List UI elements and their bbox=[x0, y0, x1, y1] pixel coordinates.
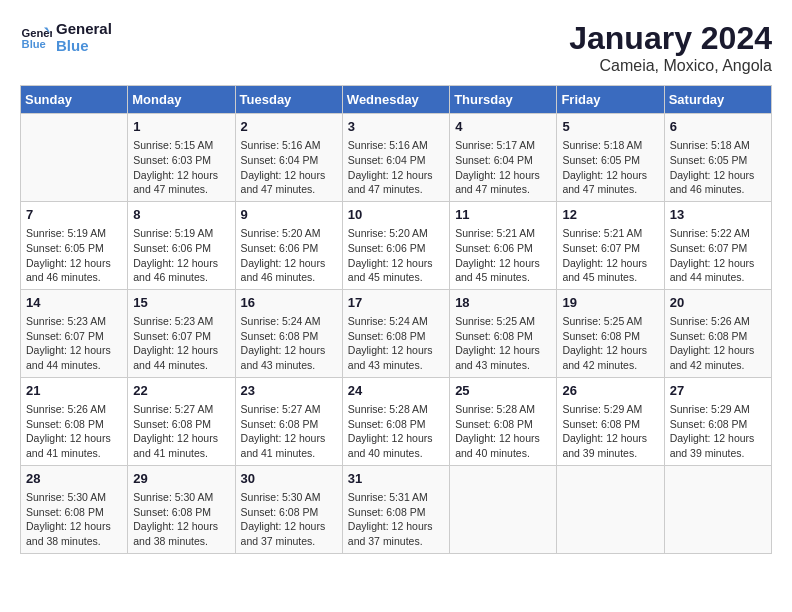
calendar-cell: 11Sunrise: 5:21 AM Sunset: 6:06 PM Dayli… bbox=[450, 201, 557, 289]
page-header: General Blue General Blue January 2024 C… bbox=[20, 20, 772, 75]
weekday-header: Tuesday bbox=[235, 86, 342, 114]
calendar-week-row: 28Sunrise: 5:30 AM Sunset: 6:08 PM Dayli… bbox=[21, 465, 772, 553]
calendar-table: SundayMondayTuesdayWednesdayThursdayFrid… bbox=[20, 85, 772, 554]
calendar-cell: 16Sunrise: 5:24 AM Sunset: 6:08 PM Dayli… bbox=[235, 289, 342, 377]
day-info: Sunrise: 5:19 AM Sunset: 6:05 PM Dayligh… bbox=[26, 226, 122, 285]
day-number: 25 bbox=[455, 382, 551, 400]
calendar-week-row: 1Sunrise: 5:15 AM Sunset: 6:03 PM Daylig… bbox=[21, 114, 772, 202]
day-number: 20 bbox=[670, 294, 766, 312]
weekday-header: Saturday bbox=[664, 86, 771, 114]
day-number: 27 bbox=[670, 382, 766, 400]
day-number: 5 bbox=[562, 118, 658, 136]
day-number: 26 bbox=[562, 382, 658, 400]
day-number: 13 bbox=[670, 206, 766, 224]
calendar-cell: 4Sunrise: 5:17 AM Sunset: 6:04 PM Daylig… bbox=[450, 114, 557, 202]
day-number: 29 bbox=[133, 470, 229, 488]
calendar-cell: 26Sunrise: 5:29 AM Sunset: 6:08 PM Dayli… bbox=[557, 377, 664, 465]
day-info: Sunrise: 5:30 AM Sunset: 6:08 PM Dayligh… bbox=[241, 490, 337, 549]
day-info: Sunrise: 5:27 AM Sunset: 6:08 PM Dayligh… bbox=[241, 402, 337, 461]
weekday-header: Thursday bbox=[450, 86, 557, 114]
day-number: 10 bbox=[348, 206, 444, 224]
calendar-cell: 7Sunrise: 5:19 AM Sunset: 6:05 PM Daylig… bbox=[21, 201, 128, 289]
day-number: 31 bbox=[348, 470, 444, 488]
calendar-cell: 8Sunrise: 5:19 AM Sunset: 6:06 PM Daylig… bbox=[128, 201, 235, 289]
day-info: Sunrise: 5:18 AM Sunset: 6:05 PM Dayligh… bbox=[562, 138, 658, 197]
day-info: Sunrise: 5:31 AM Sunset: 6:08 PM Dayligh… bbox=[348, 490, 444, 549]
calendar-cell: 14Sunrise: 5:23 AM Sunset: 6:07 PM Dayli… bbox=[21, 289, 128, 377]
day-number: 2 bbox=[241, 118, 337, 136]
day-number: 7 bbox=[26, 206, 122, 224]
day-info: Sunrise: 5:29 AM Sunset: 6:08 PM Dayligh… bbox=[562, 402, 658, 461]
calendar-week-row: 21Sunrise: 5:26 AM Sunset: 6:08 PM Dayli… bbox=[21, 377, 772, 465]
calendar-cell: 24Sunrise: 5:28 AM Sunset: 6:08 PM Dayli… bbox=[342, 377, 449, 465]
day-info: Sunrise: 5:28 AM Sunset: 6:08 PM Dayligh… bbox=[348, 402, 444, 461]
day-info: Sunrise: 5:21 AM Sunset: 6:06 PM Dayligh… bbox=[455, 226, 551, 285]
calendar-cell: 22Sunrise: 5:27 AM Sunset: 6:08 PM Dayli… bbox=[128, 377, 235, 465]
calendar-cell bbox=[21, 114, 128, 202]
day-number: 3 bbox=[348, 118, 444, 136]
calendar-cell: 13Sunrise: 5:22 AM Sunset: 6:07 PM Dayli… bbox=[664, 201, 771, 289]
day-info: Sunrise: 5:29 AM Sunset: 6:08 PM Dayligh… bbox=[670, 402, 766, 461]
calendar-cell: 1Sunrise: 5:15 AM Sunset: 6:03 PM Daylig… bbox=[128, 114, 235, 202]
calendar-cell: 19Sunrise: 5:25 AM Sunset: 6:08 PM Dayli… bbox=[557, 289, 664, 377]
day-number: 21 bbox=[26, 382, 122, 400]
calendar-cell: 6Sunrise: 5:18 AM Sunset: 6:05 PM Daylig… bbox=[664, 114, 771, 202]
calendar-cell bbox=[557, 465, 664, 553]
calendar-cell: 23Sunrise: 5:27 AM Sunset: 6:08 PM Dayli… bbox=[235, 377, 342, 465]
day-info: Sunrise: 5:23 AM Sunset: 6:07 PM Dayligh… bbox=[26, 314, 122, 373]
calendar-week-row: 7Sunrise: 5:19 AM Sunset: 6:05 PM Daylig… bbox=[21, 201, 772, 289]
day-number: 24 bbox=[348, 382, 444, 400]
calendar-cell: 12Sunrise: 5:21 AM Sunset: 6:07 PM Dayli… bbox=[557, 201, 664, 289]
calendar-cell: 18Sunrise: 5:25 AM Sunset: 6:08 PM Dayli… bbox=[450, 289, 557, 377]
calendar-cell bbox=[664, 465, 771, 553]
day-number: 18 bbox=[455, 294, 551, 312]
day-info: Sunrise: 5:25 AM Sunset: 6:08 PM Dayligh… bbox=[455, 314, 551, 373]
day-number: 19 bbox=[562, 294, 658, 312]
day-number: 12 bbox=[562, 206, 658, 224]
day-info: Sunrise: 5:15 AM Sunset: 6:03 PM Dayligh… bbox=[133, 138, 229, 197]
day-info: Sunrise: 5:25 AM Sunset: 6:08 PM Dayligh… bbox=[562, 314, 658, 373]
day-info: Sunrise: 5:28 AM Sunset: 6:08 PM Dayligh… bbox=[455, 402, 551, 461]
calendar-cell bbox=[450, 465, 557, 553]
day-info: Sunrise: 5:24 AM Sunset: 6:08 PM Dayligh… bbox=[348, 314, 444, 373]
day-number: 11 bbox=[455, 206, 551, 224]
day-number: 6 bbox=[670, 118, 766, 136]
calendar-cell: 10Sunrise: 5:20 AM Sunset: 6:06 PM Dayli… bbox=[342, 201, 449, 289]
calendar-cell: 27Sunrise: 5:29 AM Sunset: 6:08 PM Dayli… bbox=[664, 377, 771, 465]
calendar-body: 1Sunrise: 5:15 AM Sunset: 6:03 PM Daylig… bbox=[21, 114, 772, 554]
page-subtitle: Cameia, Moxico, Angola bbox=[569, 57, 772, 75]
calendar-cell: 29Sunrise: 5:30 AM Sunset: 6:08 PM Dayli… bbox=[128, 465, 235, 553]
day-info: Sunrise: 5:16 AM Sunset: 6:04 PM Dayligh… bbox=[241, 138, 337, 197]
calendar-cell: 15Sunrise: 5:23 AM Sunset: 6:07 PM Dayli… bbox=[128, 289, 235, 377]
calendar-cell: 30Sunrise: 5:30 AM Sunset: 6:08 PM Dayli… bbox=[235, 465, 342, 553]
day-info: Sunrise: 5:19 AM Sunset: 6:06 PM Dayligh… bbox=[133, 226, 229, 285]
day-number: 14 bbox=[26, 294, 122, 312]
day-info: Sunrise: 5:20 AM Sunset: 6:06 PM Dayligh… bbox=[348, 226, 444, 285]
day-number: 22 bbox=[133, 382, 229, 400]
calendar-header-row: SundayMondayTuesdayWednesdayThursdayFrid… bbox=[21, 86, 772, 114]
logo-line1: General bbox=[56, 20, 112, 37]
day-info: Sunrise: 5:17 AM Sunset: 6:04 PM Dayligh… bbox=[455, 138, 551, 197]
logo: General Blue General Blue bbox=[20, 20, 112, 54]
day-number: 16 bbox=[241, 294, 337, 312]
calendar-cell: 17Sunrise: 5:24 AM Sunset: 6:08 PM Dayli… bbox=[342, 289, 449, 377]
day-number: 1 bbox=[133, 118, 229, 136]
weekday-header: Sunday bbox=[21, 86, 128, 114]
calendar-cell: 21Sunrise: 5:26 AM Sunset: 6:08 PM Dayli… bbox=[21, 377, 128, 465]
day-number: 28 bbox=[26, 470, 122, 488]
calendar-week-row: 14Sunrise: 5:23 AM Sunset: 6:07 PM Dayli… bbox=[21, 289, 772, 377]
day-info: Sunrise: 5:21 AM Sunset: 6:07 PM Dayligh… bbox=[562, 226, 658, 285]
day-info: Sunrise: 5:24 AM Sunset: 6:08 PM Dayligh… bbox=[241, 314, 337, 373]
calendar-cell: 5Sunrise: 5:18 AM Sunset: 6:05 PM Daylig… bbox=[557, 114, 664, 202]
day-number: 4 bbox=[455, 118, 551, 136]
calendar-cell: 25Sunrise: 5:28 AM Sunset: 6:08 PM Dayli… bbox=[450, 377, 557, 465]
day-number: 23 bbox=[241, 382, 337, 400]
weekday-header: Monday bbox=[128, 86, 235, 114]
day-number: 15 bbox=[133, 294, 229, 312]
day-number: 8 bbox=[133, 206, 229, 224]
day-info: Sunrise: 5:22 AM Sunset: 6:07 PM Dayligh… bbox=[670, 226, 766, 285]
day-info: Sunrise: 5:30 AM Sunset: 6:08 PM Dayligh… bbox=[133, 490, 229, 549]
day-info: Sunrise: 5:20 AM Sunset: 6:06 PM Dayligh… bbox=[241, 226, 337, 285]
title-block: January 2024 Cameia, Moxico, Angola bbox=[569, 20, 772, 75]
calendar-cell: 20Sunrise: 5:26 AM Sunset: 6:08 PM Dayli… bbox=[664, 289, 771, 377]
